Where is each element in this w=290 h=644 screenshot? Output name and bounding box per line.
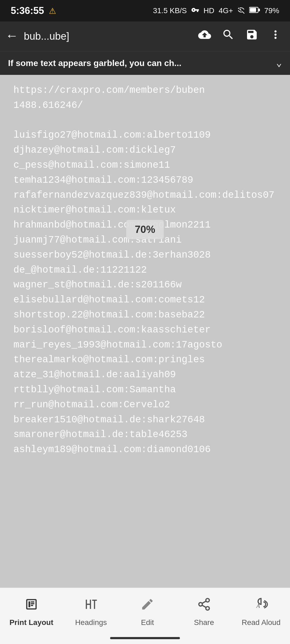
svg-rect-5 bbox=[31, 603, 34, 604]
chevron-down-icon: ⌄ bbox=[276, 57, 282, 69]
nav-action-icons bbox=[198, 28, 282, 45]
bottom-navigation: Print Layout Headings Edit bbox=[0, 588, 290, 644]
print-layout-icon bbox=[24, 597, 38, 616]
edit-label: Edit bbox=[141, 618, 154, 627]
nav-bar: ← bub...ube] bbox=[0, 21, 290, 51]
hd-label: HD bbox=[204, 6, 214, 15]
svg-rect-6 bbox=[31, 605, 33, 606]
network-speed: 31.5 KB/S bbox=[153, 6, 187, 15]
encoding-banner[interactable]: If some text appears garbled, you can ch… bbox=[0, 51, 290, 75]
svg-line-11 bbox=[202, 601, 206, 603]
bottom-nav-headings[interactable]: Headings bbox=[72, 597, 110, 627]
bottom-nav-share[interactable]: Share bbox=[185, 597, 223, 627]
edit-icon bbox=[140, 597, 154, 616]
battery-percent: 79% bbox=[264, 6, 279, 15]
status-time: 5:36:55 bbox=[11, 5, 44, 16]
read-aloud-label: Read Aloud bbox=[242, 618, 281, 627]
svg-point-9 bbox=[206, 606, 209, 610]
svg-point-7 bbox=[206, 598, 209, 602]
battery-icon bbox=[249, 6, 260, 16]
headings-label: Headings bbox=[75, 618, 107, 627]
document-content: https://craxpro.com/members/buben 1488.6… bbox=[0, 75, 290, 463]
status-bar: 5:36:55 ⚠ 31.5 KB/S HD 4G+ 79% bbox=[0, 0, 290, 21]
svg-point-8 bbox=[199, 602, 202, 606]
more-options-icon[interactable] bbox=[269, 28, 282, 45]
svg-line-10 bbox=[202, 605, 206, 608]
svg-rect-3 bbox=[28, 601, 30, 607]
document-text: https://craxpro.com/members/buben 1488.6… bbox=[13, 83, 277, 457]
upload-icon[interactable] bbox=[198, 28, 211, 45]
share-icon bbox=[197, 597, 211, 616]
search-icon[interactable] bbox=[222, 28, 235, 45]
key-icon bbox=[191, 6, 199, 16]
svg-rect-4 bbox=[31, 601, 34, 602]
read-aloud-icon: A bbox=[254, 597, 268, 616]
svg-rect-1 bbox=[250, 8, 256, 12]
share-label: Share bbox=[194, 618, 214, 627]
headings-icon bbox=[84, 597, 98, 616]
bottom-nav-print-layout[interactable]: Print Layout bbox=[9, 597, 53, 627]
back-button[interactable]: ← bbox=[8, 29, 16, 43]
bottom-nav-read-aloud[interactable]: A Read Aloud bbox=[242, 597, 281, 627]
warning-icon: ⚠ bbox=[49, 6, 56, 16]
save-icon[interactable] bbox=[245, 28, 258, 45]
bottom-nav-edit[interactable]: Edit bbox=[129, 597, 166, 627]
banner-message: If some text appears garbled, you can ch… bbox=[8, 58, 182, 68]
network-type: 4G+ bbox=[219, 6, 233, 15]
document-title: bub...ube] bbox=[24, 31, 190, 42]
svg-rect-2 bbox=[259, 9, 260, 11]
svg-text:A: A bbox=[256, 603, 260, 609]
print-layout-label: Print Layout bbox=[9, 618, 53, 627]
home-indicator bbox=[110, 637, 180, 639]
signal-icon bbox=[237, 6, 245, 16]
